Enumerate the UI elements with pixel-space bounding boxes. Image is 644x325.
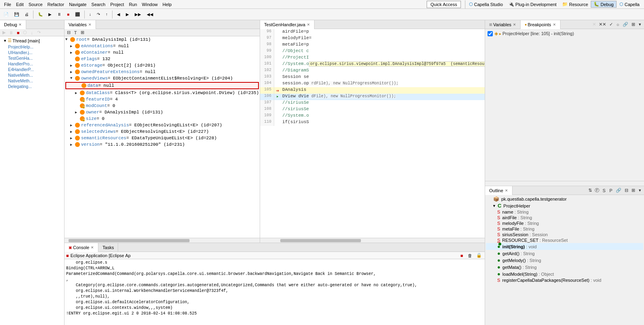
source-editor[interactable]: 96 airdFile=p 97 melodyFile= 98 met (260, 29, 485, 238)
perspective-resource[interactable]: 📁 Resource (559, 1, 591, 8)
expand-icon[interactable]: ▶ (75, 110, 80, 115)
step-into-button[interactable]: ↓ (87, 11, 93, 18)
tree-row[interactable]: ▶ semanticResources= EDataTypeUniqueELis… (65, 135, 260, 141)
disconnect-button[interactable]: ⬛ (73, 11, 82, 18)
outline-item-method[interactable]: ● getMata() : String (486, 264, 643, 270)
variables-tab-close[interactable]: ✕ (88, 23, 92, 27)
bp-link-editor[interactable]: 🔗 (621, 21, 629, 27)
menu-edit[interactable]: Edit (14, 1, 26, 8)
tree-row[interactable]: ▼ root= DAnalysisImpl (id=131) (65, 36, 260, 43)
source-hscroll-thumb[interactable] (280, 239, 361, 242)
debug-stop-btn[interactable]: ■ (15, 30, 21, 36)
perspective-debug[interactable]: 🐛 Debug (591, 1, 616, 8)
outline-item-field[interactable]: S name : String (486, 209, 643, 215)
outline-item-method[interactable]: ● getMelody() : String (486, 257, 643, 264)
stack-frame-6[interactable]: NativeMeth... (2, 78, 63, 84)
stack-frame-2[interactable]: TestGenHa... (2, 55, 63, 61)
debug-step-into-btn[interactable]: ↓ (29, 30, 35, 36)
bp-disable-all[interactable]: ○ (615, 22, 621, 27)
tree-row[interactable]: ▶ ownedFeatureExtensions= null (65, 69, 260, 75)
perspective-capella-studio[interactable]: ⬡ Capella Studio (466, 1, 506, 8)
stack-frame-7[interactable]: Delegating... (2, 84, 63, 89)
expand-icon[interactable]: ▶ (70, 44, 75, 48)
expand-icon[interactable]: ▼ (70, 76, 75, 80)
bp-menu[interactable]: ▾ (637, 21, 643, 27)
bp-checkbox-0[interactable] (488, 31, 493, 36)
outline-hide-non-pub[interactable]: P (608, 188, 614, 193)
outline-item-method[interactable]: ● getAird() : String (486, 250, 643, 257)
debug-suspend-btn[interactable]: ⏸ (8, 30, 15, 36)
vars-hscroll-thumb[interactable] (69, 239, 190, 242)
outline-item-method[interactable]: S registerCapellaDataPackages(ResourceSe… (486, 277, 643, 283)
bp-hscrollbar[interactable] (485, 181, 644, 186)
source-hscrollbar[interactable]: ▶ (260, 238, 485, 243)
outline-item-method[interactable]: ● loadModel(String) : Object (486, 270, 643, 277)
tree-row[interactable]: ▶ referencedAnalysis= EObjectResolvingEL… (65, 122, 260, 128)
outline-hide-static[interactable]: S (601, 188, 607, 193)
expand-icon[interactable]: ▶ (70, 130, 75, 134)
menu-help[interactable]: Help (160, 1, 174, 8)
outline-item-package[interactable]: 📦 pk.questlab.capella.testgenerator (486, 196, 643, 202)
outline-item-field[interactable]: S airdFile : String (486, 215, 643, 220)
expand-icon[interactable]: ▶ (70, 70, 75, 74)
menu-navigate[interactable]: Navigate (67, 1, 89, 8)
debug-step-over-btn[interactable]: ↷ (35, 29, 42, 36)
tree-row[interactable]: ▶ eFlags= 132 (65, 56, 260, 62)
outline-menu[interactable]: ▾ (637, 187, 643, 193)
expand-icon[interactable]: ▶ (70, 143, 75, 147)
outline-tree[interactable]: 📦 pk.questlab.capella.testgenerator ▼ C … (485, 195, 644, 325)
tree-row-data-null[interactable]: ▶ data= null (65, 82, 259, 89)
outline-sort[interactable]: ⇅ (587, 187, 593, 193)
perspective-capella[interactable]: ⬡ Capella (617, 1, 642, 8)
quick-access-button[interactable]: Quick Access (427, 1, 461, 8)
tree-row[interactable]: ▶ 🔒 featureID= 4 (65, 96, 260, 103)
tree-row[interactable]: ▶ eContainer= null (65, 49, 260, 56)
bp-enable-all[interactable]: ✓ (608, 21, 614, 27)
vars-right-close[interactable]: ✕ (513, 23, 516, 27)
prev-button[interactable]: ◀◀ (145, 11, 155, 18)
outline-collapse[interactable]: ⊟ (623, 187, 629, 193)
tab-variables[interactable]: Variables ✕ (65, 20, 96, 29)
back-button[interactable]: ◀ (115, 11, 122, 18)
vars-show-types[interactable]: T (72, 30, 79, 36)
print-button[interactable]: 🖨 (23, 11, 31, 18)
tree-row[interactable]: ▶ version= "11.1.0.201608251200" (id=231… (65, 141, 260, 148)
tab-vars-right[interactable]: ⊞ Variables ✕ (485, 20, 521, 29)
perspective-plugin-dev[interactable]: 🔌 Plug-in Development (506, 1, 559, 8)
new-button[interactable]: 📄 (2, 11, 10, 18)
menu-refactor[interactable]: Refactor (45, 1, 67, 8)
step-over-button[interactable]: ↷ (95, 11, 102, 18)
menu-file[interactable]: File (2, 1, 14, 8)
tab-tasks[interactable]: Tasks (98, 243, 118, 252)
outline-tab-close[interactable]: ✕ (505, 189, 508, 193)
tree-row[interactable]: ▶ eStorage= Object[2] (id=201) (65, 62, 260, 69)
class-expand-icon[interactable]: ▼ (492, 204, 496, 208)
stack-frame-5[interactable]: NativeMeth... (2, 72, 63, 78)
outline-item-field-static[interactable]: S RESOURCE_SET : ResourceSet (486, 237, 643, 243)
outline-item-class[interactable]: ▼ C ProjectHelper (486, 202, 643, 209)
stack-frame-0[interactable]: ProjectHelp... (2, 44, 63, 50)
tree-row[interactable]: ▶ dataClass= Class<T> (org.eclipse.siriu… (65, 90, 260, 96)
expand-icon[interactable]: ▶ (70, 63, 75, 68)
expand-icon[interactable]: ▶ (70, 123, 75, 128)
variables-tree[interactable]: ▼ root= DAnalysisImpl (id=131) ▶ eAnnota… (65, 36, 260, 238)
source-tab-close[interactable]: ✕ (307, 23, 310, 27)
tree-row[interactable]: ▶ owner= DAnalysisImpl (id=131) (65, 109, 260, 115)
debug-run-button[interactable]: 🐛 (36, 11, 45, 18)
tab-source[interactable]: TestGenHandler.java ✕ (260, 20, 315, 29)
step-return-button[interactable]: ↑ (104, 11, 110, 18)
tab-breakpoints[interactable]: ● Breakpoints ✕ (521, 20, 561, 29)
tab-debug[interactable]: Debug ✕ (0, 20, 26, 29)
outline-item-field[interactable]: S metaFile : String (486, 226, 643, 232)
console-tab-close[interactable]: ✕ (91, 245, 94, 250)
stack-frame-3[interactable]: HandlerPro... (2, 61, 63, 67)
debug-thread-item[interactable]: ▼ ☰ Thread [main] (2, 37, 63, 44)
debug-tab-close[interactable]: ✕ (19, 23, 22, 27)
menu-search[interactable]: Search (89, 1, 108, 8)
tree-row[interactable]: ▼ ownedViews= EObjectContainmentEList$Re… (65, 75, 260, 82)
menu-run[interactable]: Run (127, 1, 140, 8)
vars-collapse-all[interactable]: ⊟ (65, 29, 72, 36)
tab-console[interactable]: ▣ Console ✕ (65, 243, 98, 252)
expand-icon[interactable]: ▶ (70, 50, 75, 55)
tree-row[interactable]: ▶ 🔒 modCount= 0 (65, 103, 260, 109)
